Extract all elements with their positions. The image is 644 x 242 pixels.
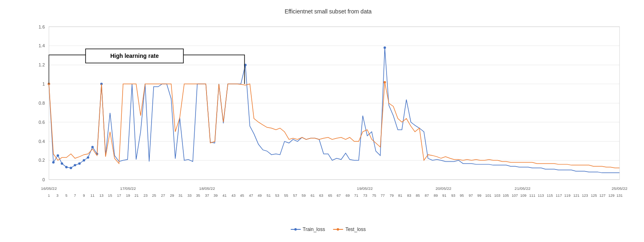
x-num-101: 101 xyxy=(485,194,491,198)
x-num-37: 37 xyxy=(205,194,209,198)
x-num-81: 81 xyxy=(398,194,402,198)
x-num-49: 49 xyxy=(257,194,262,198)
chart-legend: Train_loss Test_loss xyxy=(290,227,366,232)
x-num-21: 21 xyxy=(134,194,138,198)
x-num-5: 5 xyxy=(66,194,68,198)
x-num-59: 59 xyxy=(301,194,306,198)
x-num-53: 53 xyxy=(275,194,279,198)
x-num-57: 57 xyxy=(293,194,297,198)
x-num-47: 47 xyxy=(249,194,253,198)
y-label-10: 1 xyxy=(42,81,45,86)
x-num-23: 23 xyxy=(143,194,147,198)
x-num-9: 9 xyxy=(83,194,85,198)
x-num-13: 13 xyxy=(99,194,103,198)
train-dot-10 xyxy=(91,146,94,148)
legend-test-label: Test_loss xyxy=(345,227,366,232)
x-num-131: 131 xyxy=(616,194,622,198)
x-num-39: 39 xyxy=(213,194,218,198)
y-label-14: 1.4 xyxy=(39,43,45,48)
legend-train-icon xyxy=(290,227,301,232)
y-label-08: 0.8 xyxy=(39,101,45,106)
x-num-51: 51 xyxy=(266,194,270,198)
train-dot-4 xyxy=(65,166,68,168)
x-num-107: 107 xyxy=(512,194,518,198)
main-chart-svg: 0 0.2 0.4 0.6 0.8 1 1.2 1.4 1.6 16/05/22… xyxy=(24,19,632,208)
legend-train-label: Train_loss xyxy=(303,227,325,232)
train-dot-8 xyxy=(83,159,85,162)
chart-title: Efficientnet small subset from data xyxy=(24,8,632,15)
x-num-115: 115 xyxy=(547,194,553,198)
x-date-3: 18/05/22 xyxy=(199,186,215,191)
x-num-15: 15 xyxy=(108,194,112,198)
x-num-27: 27 xyxy=(161,194,165,198)
x-num-45: 45 xyxy=(240,194,244,198)
x-num-19: 19 xyxy=(126,194,130,198)
chart-area: 0 0.2 0.4 0.6 0.8 1 1.2 1.4 1.6 16/05/22… xyxy=(24,19,632,208)
x-num-97: 97 xyxy=(469,194,473,198)
x-num-127: 127 xyxy=(599,194,605,198)
x-num-65: 65 xyxy=(328,194,332,198)
y-label-06: 0.6 xyxy=(39,120,45,125)
x-num-83: 83 xyxy=(407,194,411,198)
x-num-79: 79 xyxy=(390,194,394,198)
y-label-0: 0 xyxy=(42,177,45,182)
x-num-123: 123 xyxy=(582,194,588,198)
train-dot-7 xyxy=(78,162,81,165)
train-dot-78 xyxy=(384,46,386,49)
x-num-95: 95 xyxy=(460,194,464,198)
train-dot-2 xyxy=(57,154,59,157)
x-date-6: 21/05/22 xyxy=(514,186,530,191)
annotation-text: High learning rate xyxy=(110,53,159,59)
x-num-89: 89 xyxy=(434,194,438,198)
x-num-121: 121 xyxy=(573,194,579,198)
x-num-103: 103 xyxy=(494,194,500,198)
x-date-5: 20/05/22 xyxy=(435,186,451,191)
y-label-02: 0.2 xyxy=(39,158,45,163)
x-num-109: 109 xyxy=(520,194,526,198)
x-num-55: 55 xyxy=(284,194,288,198)
x-date-4: 19/05/22 xyxy=(357,186,373,191)
x-num-91: 91 xyxy=(442,194,446,198)
train-dot-5 xyxy=(70,167,72,169)
x-num-61: 61 xyxy=(310,194,314,198)
legend-test-icon xyxy=(333,227,343,232)
x-num-93: 93 xyxy=(451,194,455,198)
legend-test: Test_loss xyxy=(333,227,366,232)
train-dot-6 xyxy=(74,164,76,166)
x-num-41: 41 xyxy=(222,194,226,198)
x-num-125: 125 xyxy=(591,194,597,198)
y-label-16: 1.6 xyxy=(39,24,45,29)
x-num-33: 33 xyxy=(187,194,191,198)
x-num-31: 31 xyxy=(178,194,182,198)
x-num-117: 117 xyxy=(556,194,562,198)
x-num-85: 85 xyxy=(416,194,420,198)
x-num-77: 77 xyxy=(381,194,385,198)
x-num-75: 75 xyxy=(372,194,376,198)
train-dot-9 xyxy=(87,156,89,159)
svg-point-3 xyxy=(337,228,339,231)
x-num-25: 25 xyxy=(152,194,156,198)
train-dot-1 xyxy=(52,161,55,163)
x-num-69: 69 xyxy=(346,194,350,198)
svg-point-1 xyxy=(294,228,297,231)
x-num-7: 7 xyxy=(74,194,76,198)
x-date-2: 17/05/22 xyxy=(120,186,136,191)
x-num-71: 71 xyxy=(354,194,358,198)
x-num-113: 113 xyxy=(538,194,544,198)
x-num-73: 73 xyxy=(363,194,367,198)
x-num-3: 3 xyxy=(57,194,59,198)
x-date-7: 25/05/22 xyxy=(612,186,628,191)
chart-container: Efficientnet small subset from data xyxy=(0,0,644,242)
x-num-17: 17 xyxy=(117,194,121,198)
x-num-63: 63 xyxy=(319,194,323,198)
x-num-43: 43 xyxy=(231,194,235,198)
x-num-99: 99 xyxy=(477,194,481,198)
test-dot-78 xyxy=(384,81,386,84)
x-num-119: 119 xyxy=(564,194,570,198)
x-num-67: 67 xyxy=(337,194,341,198)
x-num-87: 87 xyxy=(425,194,429,198)
x-num-35: 35 xyxy=(196,194,200,198)
x-date-1: 16/05/22 xyxy=(41,186,57,191)
x-num-129: 129 xyxy=(608,194,614,198)
x-num-11: 11 xyxy=(90,194,95,198)
